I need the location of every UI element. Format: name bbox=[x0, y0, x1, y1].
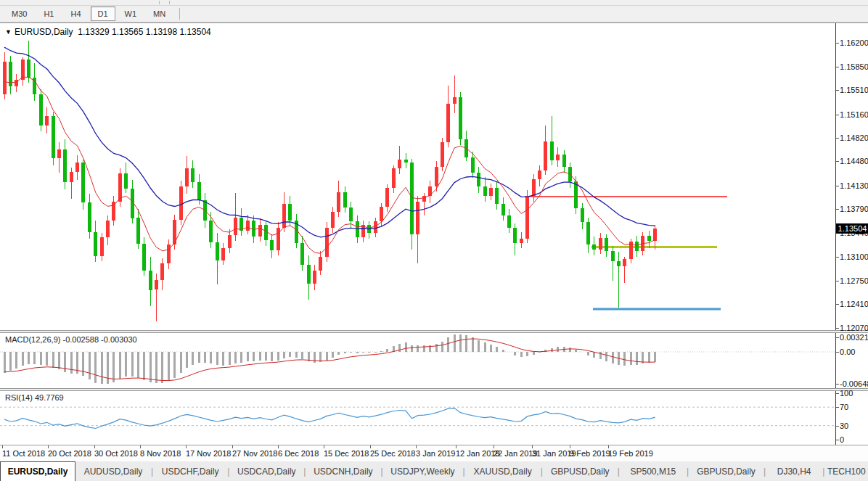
date-label: 30 Oct 2018 bbox=[94, 449, 138, 458]
date-tick-mark bbox=[278, 445, 279, 448]
chart-tab-audusd-daily[interactable]: AUDUSD,Daily bbox=[75, 461, 151, 481]
axis-tick-mark bbox=[836, 67, 839, 67]
chart-title: ▼EURUSD,Daily 1.13329 1.13565 1.13198 1.… bbox=[5, 27, 211, 37]
timeframe-button-d1[interactable]: D1 bbox=[91, 7, 115, 21]
trading-terminal-window: M30H1H4D1W1MN ▼EURUSD,Daily 1.13329 1.13… bbox=[0, 0, 868, 481]
date-label: 11 Oct 2018 bbox=[2, 449, 45, 458]
chart-title-ohlc: 1.13329 1.13565 1.13198 1.13504 bbox=[78, 27, 211, 37]
date-label: 15 Dec 2018 bbox=[324, 449, 369, 458]
slow-ma-line bbox=[4, 47, 655, 237]
date-tick-mark bbox=[456, 445, 456, 448]
timeframe-button-h1[interactable]: H1 bbox=[36, 7, 61, 21]
chart-tab-usdjpy-weekly[interactable]: USDJPY,Weekly bbox=[383, 461, 463, 481]
timeframe-button-m30[interactable]: M30 bbox=[4, 7, 34, 21]
timeframe-button-mn[interactable]: MN bbox=[146, 7, 173, 21]
axis-tick-mark bbox=[836, 138, 839, 139]
chart-tab-usdcad-daily[interactable]: USDCAD,Daily bbox=[229, 461, 303, 481]
chart-tab-eurusd-daily[interactable]: EURUSD,Daily bbox=[0, 461, 75, 481]
price-tick-label: 1.15850 bbox=[840, 62, 868, 71]
rsi-indicator-panel[interactable]: RSI(14) 49.7769 10070300 bbox=[0, 390, 868, 445]
timeframe-button-h4[interactable]: H4 bbox=[63, 7, 88, 21]
date-label: 17 Nov 2018 bbox=[186, 449, 231, 458]
chart-tabs: EURUSD,DailyAUDUSD,Daily|USDCHF,Daily|US… bbox=[0, 461, 868, 481]
chart-tab-tech100[interactable]: TECH100 bbox=[824, 461, 868, 481]
chart-title-symbol: EURUSD,Daily bbox=[15, 27, 73, 37]
timeframe-button-w1[interactable]: W1 bbox=[118, 7, 144, 21]
date-tick-mark bbox=[48, 445, 49, 448]
axis-tick-mark bbox=[836, 257, 839, 258]
date-label: 8 Nov 2018 bbox=[140, 449, 181, 458]
rsi-chart-canvas[interactable] bbox=[0, 391, 835, 445]
chart-tab-sp500-m15[interactable]: SP500,M15 bbox=[620, 461, 687, 481]
axis-tick-mark bbox=[836, 337, 839, 338]
date-label: 9 Feb 2019 bbox=[570, 449, 610, 458]
date-label: 3 Jan 2019 bbox=[416, 449, 455, 458]
axis-tick-mark bbox=[836, 304, 839, 305]
chart-tab-usdcnh-daily[interactable]: USDCNH,Daily bbox=[306, 461, 380, 481]
macd-axis: 0.0032160.00-0.006485 bbox=[835, 333, 868, 388]
axis-tick-mark bbox=[836, 43, 839, 44]
price-tick-label: 1.12410 bbox=[840, 300, 868, 308]
date-tick-mark bbox=[416, 445, 417, 448]
axis-tick-mark bbox=[836, 161, 839, 162]
price-tick-label: 1.13790 bbox=[840, 205, 868, 213]
axis-tick-mark bbox=[836, 407, 839, 408]
rsi-label: RSI(14) 49.7769 bbox=[5, 393, 64, 402]
axis-tick-mark bbox=[836, 186, 839, 186]
toolbar-separator bbox=[159, 1, 160, 4]
rsi-tick-label: 0 bbox=[840, 435, 844, 444]
macd-label: MACD(12,26,9) -0.002588 -0.003030 bbox=[5, 335, 137, 344]
chart-tab-bar: EURUSD,DailyAUDUSD,Daily|USDCHF,Daily|US… bbox=[0, 461, 868, 481]
top-toolbar-strip bbox=[0, 0, 868, 6]
date-tick-mark bbox=[608, 445, 609, 448]
chart-tab-xauusd-daily[interactable]: XAUUSD,Daily bbox=[465, 461, 541, 481]
price-chart-panel[interactable]: ▼EURUSD,Daily 1.13329 1.13565 1.13198 1.… bbox=[0, 22, 868, 331]
price-tick-label: 1.15510 bbox=[840, 86, 868, 94]
price-tick-label: 1.15160 bbox=[840, 110, 868, 119]
axis-tick-mark bbox=[836, 281, 839, 281]
date-tick-mark bbox=[232, 445, 233, 448]
date-tick-mark bbox=[140, 445, 141, 448]
date-axis: 11 Oct 201820 Oct 201830 Oct 20188 Nov 2… bbox=[0, 445, 868, 462]
date-label: 19 Feb 2019 bbox=[608, 449, 653, 458]
axis-tick-mark bbox=[836, 352, 839, 353]
toolbar-separator bbox=[169, 1, 170, 4]
rsi-value: 49.7769 bbox=[35, 393, 64, 402]
date-label: 20 Oct 2018 bbox=[48, 449, 91, 458]
date-tick-mark bbox=[94, 445, 95, 448]
price-tick-label: 1.16200 bbox=[840, 38, 868, 47]
rsi-axis: 10070300 bbox=[835, 391, 868, 445]
chart-tab-usdchf-daily[interactable]: USDCHF,Daily bbox=[153, 461, 227, 481]
chart-tab-gbpusd-daily[interactable]: GBPUSD,Daily bbox=[543, 461, 618, 481]
axis-tick-mark bbox=[836, 393, 839, 394]
axis-tick-mark bbox=[836, 90, 839, 91]
axis-tick-mark bbox=[836, 209, 839, 210]
axis-tick-mark bbox=[836, 328, 839, 329]
axis-tick-mark bbox=[836, 115, 839, 115]
chart-tab-gbpusd-daily[interactable]: GBPUSD,Daily bbox=[689, 461, 763, 481]
date-tick-mark bbox=[532, 445, 533, 448]
date-label: 27 Nov 2018 bbox=[232, 449, 277, 458]
price-tick-label: 1.14480 bbox=[840, 157, 868, 165]
price-tick-label: 1.14820 bbox=[840, 133, 868, 142]
axis-tick-mark bbox=[836, 426, 839, 427]
axis-tick-mark bbox=[836, 384, 839, 385]
macd-tick-label: -0.006485 bbox=[840, 379, 868, 388]
date-tick-mark bbox=[2, 445, 3, 448]
price-axis: 1.162001.158501.155101.151601.148201.144… bbox=[835, 23, 868, 330]
timeframe-toolbar: M30H1H4D1W1MN bbox=[0, 6, 868, 22]
date-label: 25 Dec 2018 bbox=[370, 449, 415, 458]
chart-tab-dj30-h4[interactable]: DJ30,H4 bbox=[766, 461, 822, 481]
rsi-tick-label: 30 bbox=[840, 422, 848, 430]
candlestick-chart-canvas[interactable] bbox=[0, 23, 835, 330]
macd-values: -0.002588 -0.003030 bbox=[62, 335, 136, 344]
current-price-badge: 1.13504 bbox=[836, 223, 868, 234]
chart-dropdown-triangle-icon[interactable]: ▼ bbox=[5, 28, 12, 36]
date-label: 6 Dec 2018 bbox=[278, 449, 319, 458]
macd-indicator-panel[interactable]: MACD(12,26,9) -0.002588 -0.003030 0.0032… bbox=[0, 332, 868, 389]
date-tick-mark bbox=[494, 445, 494, 448]
price-tick-label: 1.12750 bbox=[840, 276, 868, 285]
rsi-tick-label: 100 bbox=[840, 389, 853, 398]
axis-tick-mark bbox=[836, 440, 839, 440]
price-tick-label: 1.13100 bbox=[840, 252, 868, 261]
